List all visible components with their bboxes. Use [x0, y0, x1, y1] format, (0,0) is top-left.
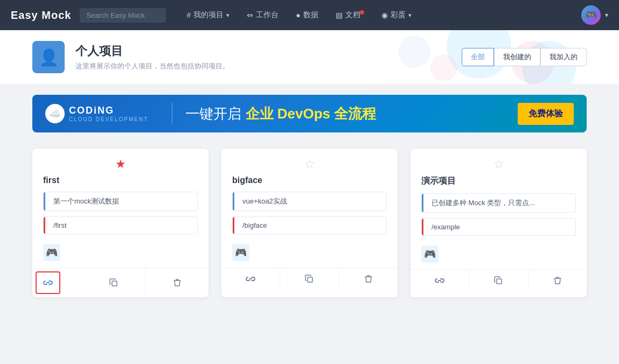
card-star-area-example: ☆	[411, 149, 587, 173]
link-icon	[43, 279, 53, 286]
card-item-bar-example-0	[422, 194, 423, 212]
action-btn-bigface-copy[interactable]	[280, 268, 339, 290]
projects-grid: ★first第一个mock测试数据/first🎮↙复制项目网址☆bigfacev…	[32, 149, 587, 297]
star-icon-bigface[interactable]: ☆	[304, 157, 315, 171]
nav-item-2[interactable]: ● 数据	[288, 7, 325, 23]
action-btn-bigface-copy-url[interactable]	[221, 268, 280, 290]
banner-divider	[172, 103, 172, 124]
card-icon-area-first: 🎮	[32, 240, 208, 268]
banner-cta-button[interactable]: 免费体验	[518, 103, 574, 125]
card-item-bigface-0: vue+koa2实战	[232, 192, 387, 211]
navbar: Easy Mock # 我的项目 ▾⇔ 工作台 ● 数据 ▤ 文档 ◉ 彩蛋 ▾…	[0, 0, 619, 30]
nav-icon-3: ▤	[336, 11, 343, 19]
action-btn-first-copy-url[interactable]	[36, 271, 60, 294]
search-input[interactable]	[80, 8, 166, 23]
nav-item-0[interactable]: # 我的项目 ▾	[179, 7, 237, 23]
coding-logo-icon: ☁️	[45, 104, 65, 123]
nav-icon-0: #	[186, 11, 191, 19]
banner-logo: ☁️ CODiNG CLOUD DEVELOPMENT	[45, 104, 148, 123]
card-item-bar-example-1	[422, 219, 423, 235]
app-logo: Easy Mock	[11, 9, 71, 22]
nav-dropdown-0: ▾	[226, 12, 229, 19]
card-star-area-bigface: ☆	[221, 149, 398, 173]
action-btn-bigface-delete[interactable]	[339, 268, 398, 290]
copy-icon-2	[494, 276, 503, 285]
avatar[interactable]: 🎮	[581, 5, 601, 25]
user-icon: 👤	[39, 48, 59, 67]
banner-text-before: 一键开启	[185, 106, 245, 122]
nav-menu: # 我的项目 ▾⇔ 工作台 ● 数据 ▤ 文档 ◉ 彩蛋 ▾	[179, 7, 581, 23]
nav-icon-4: ◉	[381, 11, 388, 19]
avatar-image: 🎮	[581, 5, 601, 25]
star-icon-example[interactable]: ☆	[493, 157, 504, 171]
action-btn-example-delete[interactable]	[528, 270, 587, 291]
nav-label-4: 彩蛋	[391, 10, 406, 20]
card-item-bigface-1: /bigface	[232, 216, 387, 234]
nav-dropdown-4: ▾	[408, 12, 412, 19]
copy-icon-0	[109, 278, 118, 287]
link-icon-2	[435, 277, 444, 284]
nav-label-2: 数据	[303, 10, 318, 20]
banner-logo-text-block: CODiNG CLOUD DEVELOPMENT	[69, 105, 148, 122]
card-item-text-example-0: 已创建多种 Mock 类型，只需点...	[428, 199, 535, 207]
card-item-bar-first-0	[44, 192, 45, 211]
card-item-example-0: 已创建多种 Mock 类型，只需点...	[421, 193, 576, 213]
delete-icon-0	[173, 278, 181, 287]
link-icon-1	[246, 275, 255, 283]
nav-label-1: 工作台	[256, 10, 279, 20]
nav-item-3[interactable]: ▤ 文档	[328, 7, 372, 23]
card-actions-bigface	[221, 268, 398, 290]
card-item-text-first-1: /first	[50, 221, 67, 229]
header-avatar: 👤	[32, 41, 65, 73]
card-item-bar-bigface-1	[233, 217, 234, 234]
nav-icon-1: ⇔	[247, 11, 253, 19]
filter-btn-0[interactable]: 全部	[462, 48, 494, 66]
card-item-text-example-1: /example	[428, 223, 460, 231]
star-icon-first[interactable]: ★	[115, 157, 126, 171]
card-actions-example	[411, 269, 587, 291]
banner: ☁️ CODiNG CLOUD DEVELOPMENT 一键开启 企业 DevO…	[32, 95, 587, 132]
action-btn-example-copy[interactable]	[469, 270, 528, 291]
action-btn-example-copy-url[interactable]	[411, 270, 469, 291]
card-item-first-0: 第一个mock测试数据	[43, 192, 198, 211]
banner-logo-sub: CLOUD DEVELOPMENT	[69, 116, 148, 122]
copy-icon-1	[305, 275, 314, 283]
banner-text: 一键开启 企业 DevOps 全流程	[185, 104, 518, 123]
card-item-bar-first-1	[44, 217, 45, 234]
nav-icon-2: ●	[296, 11, 300, 19]
project-card-bigface: ☆bigfacevue+koa2实战/bigface🎮	[221, 149, 398, 297]
card-title-example: 演示项目	[411, 173, 587, 193]
page-subtitle: 这里将展示你的个人项目，当然也包括协同项目。	[75, 61, 462, 71]
project-card-first: ★first第一个mock测试数据/first🎮↙复制项目网址	[32, 149, 208, 297]
tooltip-wrapper-first: ↙复制项目网址	[32, 268, 82, 297]
card-item-text-bigface-1: /bigface	[239, 221, 267, 229]
avatar-dropdown-arrow[interactable]: ▾	[605, 11, 608, 19]
game-icon-first: 🎮	[43, 244, 60, 261]
delete-icon-1	[365, 275, 372, 283]
action-btn-first-delete[interactable]	[145, 268, 208, 297]
projects-section: ★first第一个mock测试数据/first🎮↙复制项目网址☆bigfacev…	[0, 143, 619, 319]
nav-label-3: 文档	[345, 10, 360, 20]
header-text: 个人项目 这里将展示你的个人项目，当然也包括协同项目。	[75, 43, 462, 71]
card-icon-area-bigface: 🎮	[221, 240, 398, 268]
nav-item-4[interactable]: ◉ 彩蛋 ▾	[374, 7, 419, 23]
game-icon-example: 🎮	[421, 246, 439, 263]
project-card-example: ☆演示项目已创建多种 Mock 类型，只需点.../example🎮	[411, 149, 587, 297]
svg-rect-1	[308, 277, 312, 282]
game-icon-bigface: 🎮	[232, 244, 249, 261]
page-title: 个人项目	[75, 43, 462, 59]
card-item-first-1: /first	[43, 216, 198, 234]
nav-label-0: 我的项目	[193, 10, 224, 20]
nav-item-1[interactable]: ⇔ 工作台	[239, 7, 286, 23]
card-item-text-bigface-0: vue+koa2实战	[239, 197, 287, 205]
banner-text-bold: 企业 DevOps 全流程	[246, 106, 377, 122]
card-item-bar-bigface-0	[233, 192, 234, 211]
card-item-text-first-0: 第一个mock测试数据	[50, 197, 119, 205]
tooltip-arrow: ↙	[48, 294, 57, 297]
svg-rect-0	[112, 281, 117, 286]
banner-logo-text: CODiNG	[69, 105, 148, 116]
filter-btn-2[interactable]: 我加入的	[540, 48, 587, 66]
action-btn-first-copy[interactable]	[82, 268, 146, 297]
filter-buttons: 全部我创建的我加入的	[462, 48, 587, 66]
filter-btn-1[interactable]: 我创建的	[494, 48, 540, 66]
